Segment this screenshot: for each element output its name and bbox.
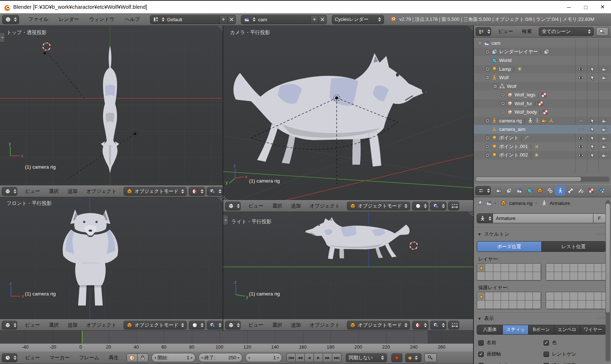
expander-icon[interactable]: + xyxy=(485,153,490,158)
play-reverse-button[interactable]: ◀ xyxy=(305,353,314,362)
tab-constraints[interactable] xyxy=(545,186,555,195)
layers-layer-3[interactable] xyxy=(501,264,509,272)
vp-front-snap-selector[interactable] xyxy=(207,321,223,330)
vp-camera-menu-select[interactable]: 選択 xyxy=(268,203,286,209)
vp-top-snap-selector[interactable] xyxy=(207,187,223,196)
protected-layer-13[interactable] xyxy=(517,301,525,309)
renderable-camera-icon[interactable] xyxy=(601,152,607,158)
jump-to-end-button[interactable]: ▶▶| xyxy=(332,353,341,362)
vp-camera-menu-object[interactable]: オブジェクト xyxy=(306,203,344,209)
expander-icon[interactable]: + xyxy=(501,110,505,114)
tab-world[interactable] xyxy=(524,186,534,195)
viewport-top-toolshelf-tab[interactable]: + xyxy=(0,32,5,43)
protected-layer-10[interactable] xyxy=(493,301,501,309)
wolf-top-view[interactable] xyxy=(101,46,119,173)
outliner-menu-view[interactable]: ビュー xyxy=(494,28,517,35)
vp-front-mode-selector[interactable]: オブジェクトモード xyxy=(124,321,187,330)
layers-layer-22[interactable] xyxy=(594,264,602,272)
vp-right-header-collapse-widget[interactable] xyxy=(448,321,459,330)
checkbox-名前[interactable]: 名前 xyxy=(478,339,496,346)
vp-right-mode-selector[interactable]: オブジェクトモード xyxy=(347,321,410,330)
checkbox-遅れて更新[interactable]: 遅れて更新 xyxy=(544,362,576,364)
disclosure-triangle-icon2[interactable]: ▼ xyxy=(478,316,482,321)
pose-position-button[interactable]: ポーズ位置 xyxy=(477,241,542,252)
editor-type-selector-info[interactable]: i xyxy=(2,15,19,24)
screen-layout-name[interactable]: Default xyxy=(165,15,220,24)
checkbox-色[interactable]: ✓色 xyxy=(544,339,557,346)
prev-keyframe-button[interactable]: ◀◀ xyxy=(296,353,305,362)
delete-scene-button[interactable]: ✕ xyxy=(319,15,327,24)
keying-set-selector[interactable]: ◆ xyxy=(405,353,421,362)
selectable-cursor-icon[interactable] xyxy=(590,75,596,81)
outliner-filter-selector[interactable]: 全てのシーン xyxy=(539,27,594,36)
layers-layer-2[interactable] xyxy=(493,264,501,272)
expander-icon[interactable]: + xyxy=(501,101,505,106)
jump-to-start-button[interactable]: |◀◀ xyxy=(286,353,296,362)
protected-layer-25[interactable] xyxy=(554,301,562,309)
tab-texture[interactable] xyxy=(586,186,596,195)
protected-layer-19[interactable] xyxy=(570,292,578,301)
vp-front-menu-add[interactable]: 追加 xyxy=(63,322,81,328)
layers-layer-10[interactable] xyxy=(493,272,501,280)
layers-layer-18[interactable] xyxy=(562,264,570,272)
visibility-eye-icon[interactable] xyxy=(578,135,584,141)
increment-arrow-icon[interactable]: ▸ xyxy=(191,355,193,360)
checkbox-シェイプ[interactable]: ✓シェイプ xyxy=(478,362,506,364)
tab-physics[interactable] xyxy=(596,186,606,195)
outliner-item-World[interactable]: World xyxy=(474,56,611,65)
protected-layer-12[interactable] xyxy=(509,301,517,309)
protected-layer-17[interactable] xyxy=(554,292,562,301)
increment-arrow-icon[interactable]: ▸ xyxy=(277,355,279,360)
layers-layer-27[interactable] xyxy=(570,272,578,280)
expander-icon[interactable]: − xyxy=(478,41,482,45)
outliner-item-camera_rig[interactable]: +camera rig| xyxy=(474,117,611,125)
vp-top-shading-selector[interactable] xyxy=(189,187,205,196)
viewport-front[interactable]: zx フロント・平行投影 (1) camera rig xyxy=(0,197,223,319)
layers-layer-1[interactable] xyxy=(485,264,493,272)
layers-layer-26[interactable] xyxy=(562,272,570,280)
tab-scene[interactable] xyxy=(514,186,524,195)
layers-layer-8[interactable] xyxy=(477,272,485,280)
viewport-top[interactable]: yx トップ・透視投影 (1) camera rig + xyxy=(0,26,223,185)
tab-bone[interactable] xyxy=(566,186,575,195)
editor-type-selector-3dview[interactable] xyxy=(225,202,241,210)
lock-time-button[interactable] xyxy=(138,353,149,362)
vp-right-menu-view[interactable]: ビュー xyxy=(244,322,267,328)
editor-type-selector-outliner[interactable] xyxy=(476,27,491,36)
timeline-menu-frame[interactable]: フレーム xyxy=(75,354,103,361)
protected-layer-20[interactable] xyxy=(578,292,586,301)
menu-file[interactable]: ファイル xyxy=(24,16,52,23)
editor-type-selector-3dview[interactable] xyxy=(2,321,17,330)
checkbox-box[interactable] xyxy=(544,352,549,357)
visibility-eye-icon[interactable] xyxy=(578,75,584,81)
expander-icon[interactable]: + xyxy=(485,67,490,71)
protected-layer-7[interactable] xyxy=(533,292,541,301)
screen-layout-icon-button[interactable] xyxy=(150,15,165,24)
expander-icon[interactable]: + xyxy=(501,92,505,97)
protected-layer-11[interactable] xyxy=(501,301,509,309)
renderable-camera-icon[interactable] xyxy=(601,135,607,141)
current-frame-field[interactable]: ◂1▸ xyxy=(245,353,282,362)
outliner-item-Wolf[interactable]: −Wolf xyxy=(474,73,611,82)
layers-layer-7[interactable] xyxy=(533,264,541,272)
selectable-cursor-icon[interactable] xyxy=(590,135,596,141)
outliner-menu-search[interactable]: 検索 xyxy=(518,28,536,35)
vp-top-menu-view[interactable]: ビュー xyxy=(21,188,44,195)
vp-camera-mode-selector[interactable]: オブジェクトモード xyxy=(347,202,410,210)
layers-layer-17[interactable] xyxy=(554,264,562,272)
tab-armature-data[interactable] xyxy=(555,186,565,195)
visibility-eye-off-icon[interactable] xyxy=(578,118,584,124)
properties-vscrollbar-track[interactable] xyxy=(605,200,610,361)
protected-layer-26[interactable] xyxy=(562,301,570,309)
protected-layer-15[interactable] xyxy=(533,301,541,309)
expander-icon[interactable]: + xyxy=(485,144,490,149)
vp-camera-shading-selector[interactable] xyxy=(412,202,428,210)
renderable-camera-icon[interactable] xyxy=(601,144,607,150)
vp-front-menu-view[interactable]: ビュー xyxy=(21,322,44,328)
properties-vscrollbar-thumb[interactable] xyxy=(605,203,610,313)
preview-range-button[interactable] xyxy=(127,353,138,362)
timeline-menu-view[interactable]: ビュー xyxy=(21,354,44,361)
breadcrumb-object-name[interactable]: camera rig xyxy=(509,201,533,206)
protected-layer-1[interactable] xyxy=(485,292,493,301)
vp-camera-menu-view[interactable]: ビュー xyxy=(244,203,267,209)
